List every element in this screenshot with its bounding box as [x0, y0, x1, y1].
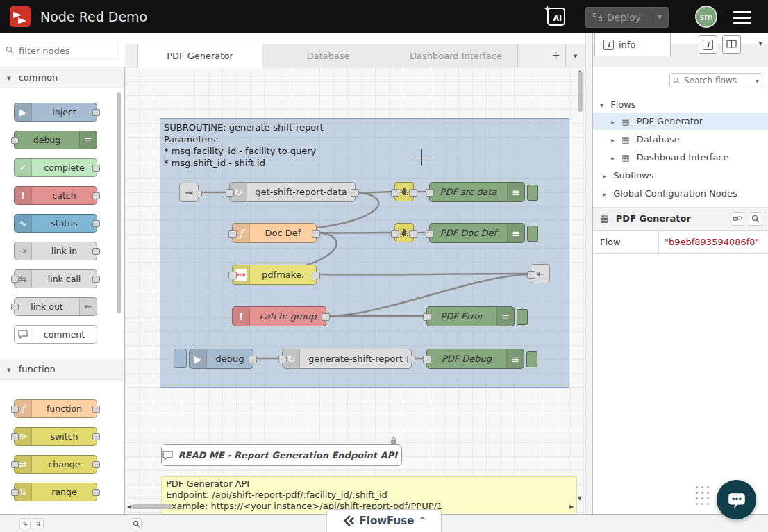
flow-canvas[interactable]: SUBROUTINE: generate-shift-report Parame… — [125, 67, 585, 514]
tree-row-dashboard-interface[interactable]: ▸ ▦ Dashboard Interface — [593, 149, 768, 166]
deploy-options-caret[interactable]: ▾ — [651, 8, 668, 27]
flowfuse-widget[interactable]: FlowFuse ^ — [326, 509, 442, 532]
palette-node-link-call[interactable]: ⇆ link call — [14, 269, 97, 288]
output-port — [92, 248, 100, 255]
sidebar-tab-help[interactable] — [722, 35, 741, 54]
output-port — [407, 356, 415, 363]
palette-category-function[interactable]: ▾ function — [0, 359, 124, 380]
search-flows-input[interactable] — [683, 75, 753, 86]
category-label: common — [19, 72, 58, 83]
flow-icon: ▦ — [621, 117, 629, 126]
ai-assistant-button[interactable]: AI — [547, 8, 565, 26]
palette-node-switch[interactable]: ⋔ switch — [14, 427, 97, 446]
tab-database[interactable]: Database — [262, 44, 394, 67]
palette-node-function[interactable]: ƒ function — [14, 399, 97, 418]
debug-toggle-button[interactable] — [526, 351, 537, 367]
catch-icon: ! — [15, 187, 32, 204]
chevron-down-icon: ▾ — [7, 68, 11, 89]
copy-link-button[interactable] — [731, 212, 744, 226]
property-label: Flow — [593, 231, 658, 253]
palette-node-change[interactable]: ⇄ change — [14, 455, 97, 474]
debug-icon: ≡ — [79, 131, 97, 149]
palette-node-complete[interactable]: ✓ complete — [14, 158, 97, 177]
palette-node-range[interactable]: ⇅ range — [14, 483, 97, 501]
pdfmake-node[interactable]: PDF pdfmake. — [232, 265, 317, 285]
debug-node[interactable]: ≡ PDF Error — [426, 306, 515, 326]
debug-node[interactable]: ≡ PDF Debug — [426, 349, 524, 369]
sidebar-splitter[interactable] — [585, 33, 592, 514]
search-workspace-button[interactable] — [131, 518, 142, 529]
vertical-scrollbar[interactable] — [578, 72, 583, 112]
main-menu-button[interactable] — [733, 11, 751, 28]
palette-node-comment[interactable]: comment — [14, 325, 97, 344]
expand-categories-button[interactable]: ⇅ — [33, 518, 44, 529]
output-port — [351, 189, 359, 197]
catch-node[interactable]: ! catch: group — [232, 306, 326, 326]
flow-icon: ▦ — [600, 213, 608, 224]
debug-node[interactable]: ≡ PDF Doc Def — [429, 223, 525, 243]
inject-node[interactable]: ▶ debug — [189, 349, 253, 369]
chat-widget-button[interactable] — [717, 480, 756, 519]
tab-strip: PDF Generator Database Dashboard Interfa… — [125, 44, 585, 67]
palette-scrollbar[interactable] — [117, 92, 121, 313]
sparkle-icon — [544, 5, 551, 14]
property-row: Flow "b9ebf893594086f8" — [593, 231, 768, 254]
link-out-node[interactable]: ⇤ — [531, 264, 550, 283]
inject-button[interactable] — [174, 349, 187, 368]
scroll-left-arrow[interactable]: ◀ — [127, 504, 131, 510]
output-port — [194, 190, 202, 197]
comment-node[interactable]: READ ME - Report Generation Endpoint API — [161, 444, 402, 466]
sticky-note[interactable]: PDF Generator API Endpoint: /api/shift-r… — [161, 476, 577, 514]
link-call-node[interactable]: ↻ get-shift-report-data — [229, 182, 356, 202]
input-port — [226, 189, 234, 197]
output-port — [92, 406, 100, 413]
tab-dashboard-interface[interactable]: Dashboard Interface — [394, 44, 518, 67]
function-node[interactable]: ƒ Doc Def — [232, 223, 317, 243]
palette-node-link-out[interactable]: ⇤ link out — [14, 297, 97, 316]
sidebar-tab-info-outline[interactable]: i — [699, 35, 717, 54]
deploy-button[interactable]: Deploy ▾ — [585, 7, 669, 28]
palette-node-inject[interactable]: ▶ inject — [14, 103, 97, 122]
sidebar-tab-info[interactable]: i info — [594, 33, 671, 56]
scroll-right-arrow[interactable]: ▶ — [569, 504, 574, 510]
tree-row-global-config[interactable]: ▸ Global Configuration Nodes — [593, 185, 768, 202]
debug-node[interactable]: ≡ PDF src data — [429, 182, 525, 202]
collapse-categories-button[interactable]: ⇅ — [19, 518, 31, 529]
link-call-node[interactable]: ↻ generate-shift-report — [282, 349, 412, 369]
palette-category-common[interactable]: ▾ common — [0, 67, 124, 88]
palette-filter-input[interactable] — [17, 42, 118, 60]
debug-toggle-button[interactable] — [517, 309, 528, 325]
tab-menu-button[interactable]: ▾ — [565, 44, 585, 67]
category-label: function — [19, 364, 56, 374]
horizontal-scrollbar[interactable] — [132, 504, 171, 509]
palette-node-link-in[interactable]: ⇥ link in — [14, 242, 97, 260]
helper-node[interactable] — [394, 182, 414, 201]
palette-node-catch[interactable]: ! catch — [14, 186, 97, 205]
search-button[interactable] — [749, 212, 762, 226]
link-in-node[interactable]: ⇥ — [179, 183, 199, 202]
sidebar-menu-caret[interactable]: ▾ — [758, 39, 762, 48]
output-port — [312, 272, 320, 279]
chevron-down-icon: ▾ — [7, 360, 11, 381]
tab-pdf-generator[interactable]: PDF Generator — [137, 44, 262, 68]
tree-row-flows[interactable]: ▾ Flows — [593, 96, 768, 113]
link-in-icon: ⇥ — [15, 242, 32, 260]
chat-bubble-icon — [726, 490, 747, 510]
widget-drag-handle[interactable] — [696, 486, 712, 507]
debug-toggle-button[interactable] — [527, 185, 538, 201]
input-port — [228, 230, 237, 238]
palette-node-status[interactable]: ∿ status — [14, 214, 97, 233]
debug-toggle-button[interactable] — [527, 226, 538, 242]
user-avatar[interactable]: sm — [695, 6, 717, 28]
palette-node-debug[interactable]: ≡ debug — [14, 131, 97, 149]
tree-row-pdf-generator[interactable]: ▸ ▦ PDF Generator — [593, 113, 768, 130]
add-tab-button[interactable]: + — [546, 44, 565, 67]
tree-row-subflows[interactable]: ▸ Subflows — [593, 167, 768, 184]
output-port — [92, 192, 100, 199]
output-port — [92, 461, 100, 468]
tree-row-database[interactable]: ▸ ▦ Database — [593, 131, 768, 148]
status-icon: ∿ — [15, 215, 32, 232]
helper-node[interactable] — [394, 223, 414, 242]
input-port — [423, 313, 431, 321]
scroll-down-arrow[interactable]: ▼ — [578, 496, 582, 501]
